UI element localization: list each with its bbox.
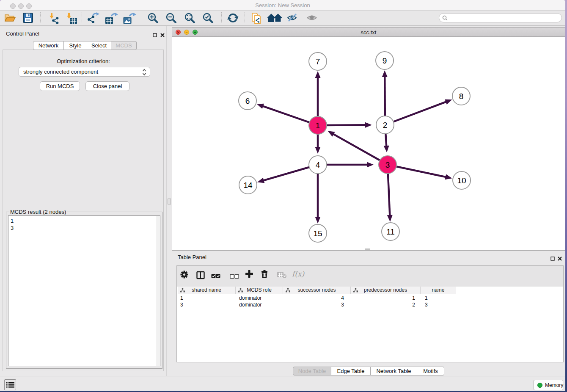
graph-node-label: 8 bbox=[459, 92, 464, 101]
tab-select[interactable]: Select bbox=[87, 41, 111, 50]
tree-icon bbox=[286, 288, 290, 293]
table-tabs: Node Table Edge Table Network Table Moti… bbox=[293, 367, 444, 375]
network-window-title: scc.txt bbox=[172, 29, 565, 36]
graph-edge-arrowhead bbox=[315, 71, 321, 78]
run-mcds-button[interactable]: Run MCDS bbox=[40, 81, 80, 91]
graph-edge-3-1[interactable] bbox=[333, 134, 388, 165]
tab-node-table[interactable]: Node Table bbox=[293, 367, 331, 375]
export-network-icon[interactable] bbox=[87, 12, 99, 24]
main-titlebar[interactable]: Session: New Session bbox=[0, 0, 565, 11]
graph-edge-arrowhead bbox=[387, 215, 393, 222]
zoom-out-icon[interactable] bbox=[165, 12, 177, 24]
deselect-all-icon[interactable] bbox=[230, 273, 239, 281]
mcds-result-label: MCDS result (2 nodes) bbox=[9, 209, 67, 215]
save-session-icon[interactable] bbox=[22, 12, 33, 24]
table-row-2[interactable]: 3dominator323 bbox=[177, 301, 563, 308]
open-file-icon[interactable] bbox=[4, 12, 16, 24]
graph-edge-arrowhead bbox=[384, 146, 389, 152]
tab-style[interactable]: Style bbox=[64, 41, 87, 50]
optimization-criterion-select[interactable]: strongly connected component bbox=[19, 67, 150, 77]
graph-node-label: 2 bbox=[383, 121, 388, 130]
table-row-1[interactable]: 1dominator411 bbox=[177, 295, 563, 301]
cell-name[interactable]: 3 bbox=[421, 301, 456, 308]
dropdown-value: strongly connected component bbox=[23, 69, 98, 75]
network-resize-handle[interactable] bbox=[365, 248, 370, 250]
search-icon bbox=[442, 15, 448, 21]
table-toolbar: f(x) bbox=[177, 266, 563, 287]
gear-icon[interactable] bbox=[180, 271, 188, 280]
main-toolbar bbox=[0, 11, 565, 26]
cell-successor-nodes[interactable]: 3 bbox=[283, 301, 351, 308]
graph-node-label: 3 bbox=[385, 160, 390, 169]
cell-predecessor-nodes[interactable]: 1 bbox=[351, 295, 421, 301]
cell-MCDS-role[interactable]: dominator bbox=[236, 295, 283, 301]
hide-selected-icon[interactable] bbox=[286, 12, 300, 24]
graph-node-label: 15 bbox=[313, 229, 322, 238]
graph-edge-2-8[interactable] bbox=[385, 102, 446, 125]
graph-edge-arrowhead bbox=[315, 217, 321, 224]
import-table-icon[interactable] bbox=[65, 12, 78, 24]
table-close-icon[interactable] bbox=[558, 255, 562, 262]
graph-edge-arrowhead bbox=[257, 178, 264, 183]
column-header-successor-nodes[interactable]: successor nodes bbox=[283, 287, 351, 294]
cell-shared-name[interactable]: 1 bbox=[178, 295, 236, 301]
network-window-titlebar[interactable]: ✕ − + scc.txt bbox=[172, 28, 565, 37]
first-neighbors-icon[interactable] bbox=[267, 12, 283, 24]
column-header-name[interactable]: name bbox=[421, 287, 456, 294]
export-image-icon[interactable] bbox=[123, 12, 136, 24]
cell-successor-nodes[interactable]: 4 bbox=[283, 295, 351, 301]
tab-motifs[interactable]: Motifs bbox=[417, 367, 444, 375]
tab-network[interactable]: Network bbox=[33, 41, 64, 50]
tab-edge-table[interactable]: Edge Table bbox=[331, 367, 371, 375]
mcds-result-text[interactable]: 1 3 bbox=[8, 215, 160, 366]
task-history-button[interactable] bbox=[4, 379, 16, 390]
show-all-icon[interactable] bbox=[306, 12, 319, 24]
cell-name[interactable]: 1 bbox=[421, 295, 456, 301]
float-panel-icon[interactable] bbox=[153, 31, 157, 39]
network-view-window: ✕ − + scc.txt 7968124314101511 bbox=[172, 27, 565, 251]
panel-divider-handle[interactable] bbox=[168, 199, 171, 204]
graph-edge-arrowhead bbox=[367, 162, 374, 168]
columns-icon[interactable] bbox=[196, 271, 205, 281]
search-input[interactable] bbox=[439, 13, 562, 22]
table-panel: Table Panel bbox=[172, 251, 565, 376]
dropdown-arrows-icon bbox=[142, 69, 146, 78]
tab-mcds[interactable]: MCDS bbox=[111, 41, 137, 50]
add-icon[interactable] bbox=[245, 270, 253, 279]
table-float-icon[interactable] bbox=[550, 255, 555, 262]
node-table: f(x) shared nameMCDS rolesuccessor nodes… bbox=[176, 265, 564, 362]
result-scrollbar[interactable] bbox=[157, 216, 160, 366]
graph-node-label: 11 bbox=[386, 227, 395, 236]
list-icon bbox=[6, 382, 14, 388]
table-header: shared nameMCDS rolesuccessor nodesprede… bbox=[177, 287, 563, 294]
memory-status-icon bbox=[537, 383, 542, 388]
close-panel-icon[interactable] bbox=[160, 31, 165, 39]
delete-table-icon[interactable] bbox=[277, 272, 287, 280]
graph-node-label: 4 bbox=[316, 160, 320, 169]
refresh-icon[interactable] bbox=[227, 12, 239, 24]
cell-MCDS-role[interactable]: dominator bbox=[236, 301, 283, 308]
clone-network-icon[interactable] bbox=[250, 12, 262, 24]
zoom-selected-icon[interactable] bbox=[202, 12, 214, 24]
close-panel-button[interactable]: Close panel bbox=[85, 81, 129, 91]
cell-shared-name[interactable]: 3 bbox=[178, 301, 236, 308]
control-panel-tabs: Network Style Select MCDS bbox=[33, 41, 137, 50]
delete-icon[interactable] bbox=[261, 270, 268, 280]
graph-edge-arrowhead bbox=[315, 147, 321, 154]
column-header-predecessor-nodes[interactable]: predecessor nodes bbox=[351, 287, 421, 294]
tab-network-table[interactable]: Network Table bbox=[371, 367, 417, 375]
column-header-shared-name[interactable]: shared name bbox=[178, 287, 236, 294]
zoom-in-icon[interactable] bbox=[147, 12, 159, 24]
cell-predecessor-nodes[interactable]: 2 bbox=[351, 301, 421, 308]
control-panel: Control Panel Network Style Select MCDS … bbox=[0, 26, 167, 376]
function-builder-icon[interactable]: f(x) bbox=[292, 270, 304, 278]
zoom-fit-icon[interactable] bbox=[184, 12, 196, 24]
app-window: Session: New Session bbox=[0, 0, 565, 391]
column-header-MCDS-role[interactable]: MCDS role bbox=[236, 287, 283, 294]
select-all-icon[interactable] bbox=[211, 273, 220, 280]
export-table-icon[interactable] bbox=[105, 12, 118, 24]
import-network-icon[interactable] bbox=[48, 12, 60, 24]
memory-label: Memory bbox=[545, 382, 563, 388]
memory-button[interactable]: Memory bbox=[534, 380, 563, 390]
graph-node-label: 7 bbox=[316, 57, 320, 66]
